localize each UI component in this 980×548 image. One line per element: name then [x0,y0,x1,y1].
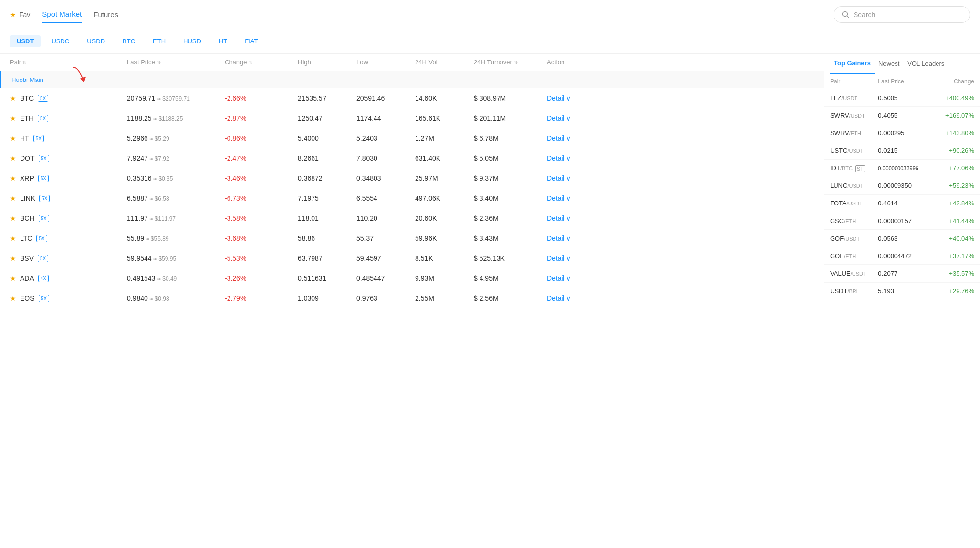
filter-husd[interactable]: HUSD [176,35,208,47]
action-cell[interactable]: Detail ∨ [547,194,605,202]
leverage-badge: 5X [38,95,48,102]
list-item[interactable]: GOF/ETH 0.00004472 +37.17% [824,247,980,265]
sort-turnover-icon: ⇅ [514,60,518,65]
table-row[interactable]: ★ EOS 5X 0.9840 ≈ $0.98 -2.79% 1.0309 0.… [0,288,824,308]
star-icon[interactable]: ★ [10,234,16,242]
star-icon[interactable]: ★ [10,214,16,222]
table-row[interactable]: ★ BCH 5X 111.97 ≈ $111.97 -3.58% 118.01 … [0,208,824,228]
table-row[interactable]: ★ LINK 5X 6.5887 ≈ $6.58 -6.73% 7.1975 6… [0,188,824,208]
table-row[interactable]: ★ XRP 5X 0.35316 ≈ $0.35 -3.46% 0.36872 … [0,168,824,188]
star-icon[interactable]: ★ [10,254,16,262]
detail-label: Detail [547,134,564,142]
rp-price: 0.00000157 [878,217,926,224]
turnover-cell: $ 2.36M [474,214,547,222]
col-24h-turnover[interactable]: 24H Turnover ⇅ [474,59,547,66]
list-item[interactable]: GSC/ETH 0.00000157 +41.44% [824,212,980,230]
table-row[interactable]: ★ BTC 5X 20759.71 ≈ $20759.71 -2.66% 215… [0,88,824,108]
table-row[interactable]: ★ ADA 4X 0.491543 ≈ $0.49 -3.26% 0.51163… [0,268,824,288]
list-item[interactable]: IDT/BTC ST 0.000000033996 +77.06% [824,160,980,177]
table-row[interactable]: ★ BSV 5X 59.9544 ≈ $59.95 -5.53% 63.7987… [0,248,824,268]
star-icon[interactable]: ★ [10,174,16,182]
star-icon[interactable]: ★ [10,194,16,202]
list-item[interactable]: USTC/USDT 0.0215 +90.26% [824,142,980,160]
star-icon[interactable]: ★ [10,154,16,162]
list-item[interactable]: FOTA/USDT 0.4614 +42.84% [824,195,980,212]
pair-cell-link: ★ LINK 5X [10,194,127,202]
low-cell: 0.34803 [356,174,415,182]
filter-usdc[interactable]: USDC [44,35,76,47]
action-cell[interactable]: Detail ∨ [547,154,605,162]
filter-usdt[interactable]: USDT [10,35,41,47]
table-row[interactable]: ★ DOT 5X 7.9247 ≈ $7.92 -2.47% 8.2661 7.… [0,148,824,168]
pair-name: BTC [20,94,34,102]
action-cell[interactable]: Detail ∨ [547,214,605,222]
turnover-cell: $ 2.56M [474,294,547,302]
high-cell: 63.7987 [298,254,356,262]
tab-top-gainers[interactable]: Top Gainers [830,54,875,74]
tab-futures[interactable]: Futures [93,6,118,22]
list-item[interactable]: USDT/BRL 5.193 +29.76% [824,283,980,300]
star-icon[interactable]: ★ [10,134,16,142]
list-item[interactable]: GOF/USDT 0.0563 +40.04% [824,230,980,247]
low-cell: 20591.46 [356,94,415,102]
list-item[interactable]: SWRV/USDT 0.4055 +169.07% [824,107,980,124]
table-row[interactable]: ★ HT 5X 5.2966 ≈ $5.29 -0.86% 5.4000 5.2… [0,128,824,148]
star-icon[interactable]: ★ [10,94,16,102]
rp-change: +143.80% [926,129,974,137]
high-cell: 118.01 [298,214,356,222]
price-approx: ≈ $59.95 [154,255,177,262]
list-item[interactable]: FLZ/USDT 0.5005 +400.49% [824,89,980,107]
search-box[interactable]: Search [834,6,970,23]
price-approx: ≈ $1188.25 [154,115,183,122]
pair-name: BCH [20,214,35,222]
filter-btc[interactable]: BTC [116,35,142,47]
tab-spot-market[interactable]: Spot Market [42,6,82,23]
action-cell[interactable]: Detail ∨ [547,254,605,262]
tab-newest[interactable]: Newest [875,54,903,73]
high-cell: 0.511631 [298,274,356,282]
low-cell: 59.4597 [356,254,415,262]
rp-change: +169.07% [926,112,974,119]
action-cell[interactable]: Detail ∨ [547,94,605,102]
low-cell: 55.37 [356,234,415,242]
fav-button[interactable]: ★ Fav [10,11,30,19]
pair-cell-eos: ★ EOS 5X [10,294,127,302]
action-cell[interactable]: Detail ∨ [547,174,605,182]
filter-eth[interactable]: ETH [146,35,172,47]
change-cell: -5.53% [225,254,298,262]
col-pair[interactable]: Pair ⇅ [10,59,127,66]
low-cell: 5.2403 [356,134,415,142]
action-cell[interactable]: Detail ∨ [547,134,605,142]
filter-usdd[interactable]: USDD [80,35,112,47]
list-item[interactable]: VALUE/USDT 0.2077 +35.57% [824,265,980,283]
col-last-price[interactable]: Last Price ⇅ [127,59,225,66]
price-cell: 0.35316 ≈ $0.35 [127,174,225,182]
table-row[interactable]: ★ ETH 5X 1188.25 ≈ $1188.25 -2.87% 1250.… [0,108,824,128]
tab-vol-leaders[interactable]: VOL Leaders [903,54,948,73]
last-price: 1188.25 [127,114,152,122]
star-icon[interactable]: ★ [10,294,16,302]
high-cell: 1250.47 [298,114,356,122]
rp-price: 0.000000033996 [878,165,926,171]
btc-row-container: ★ BTC 5X 20759.71 ≈ $20759.71 -2.66% 215… [0,88,824,108]
action-cell[interactable]: Detail ∨ [547,234,605,242]
low-cell: 110.20 [356,214,415,222]
star-icon[interactable]: ★ [10,274,16,282]
filter-fiat[interactable]: FIAT [238,35,265,47]
high-cell: 5.4000 [298,134,356,142]
list-item[interactable]: SWRV/ETH 0.000295 +143.80% [824,124,980,142]
turnover-cell: $ 3.43M [474,234,547,242]
action-cell[interactable]: Detail ∨ [547,114,605,122]
table-row[interactable]: ★ LTC 5X 55.89 ≈ $55.89 -3.68% 58.86 55.… [0,228,824,248]
filter-ht[interactable]: HT [212,35,234,47]
leverage-badge: 5X [39,155,49,162]
vol-cell: 165.61K [415,114,474,122]
star-icon[interactable]: ★ [10,114,16,122]
list-item[interactable]: LUNC/USDT 0.00009350 +59.23% [824,177,980,195]
detail-label: Detail [547,254,564,262]
action-cell[interactable]: Detail ∨ [547,274,605,282]
col-change[interactable]: Change ⇅ [225,59,298,66]
vol-cell: 8.51K [415,254,474,262]
action-cell[interactable]: Detail ∨ [547,294,605,302]
price-approx: ≈ $111.97 [150,215,176,222]
